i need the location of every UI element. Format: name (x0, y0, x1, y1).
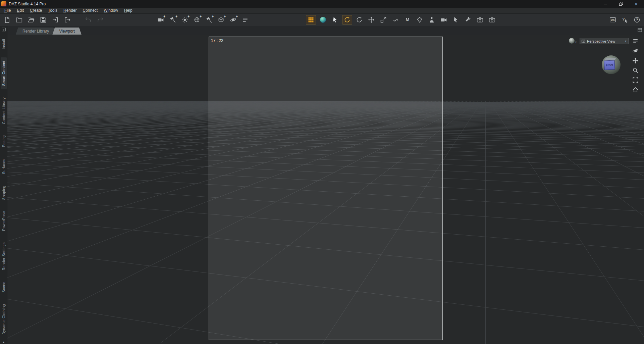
translate-tool-icon[interactable] (366, 15, 376, 24)
tab-viewport[interactable]: Viewport (52, 28, 81, 35)
dock-tab-surfaces[interactable]: Surfaces (1, 155, 7, 178)
geometry-editor-icon[interactable] (451, 15, 461, 24)
window-title: DAZ Studio 4.14 Pro (9, 2, 46, 6)
toolbar-tools-group (306, 15, 497, 24)
menu-file[interactable]: File (1, 8, 14, 13)
chevron-down-icon: ▾ (623, 38, 628, 44)
left-dock: InstallSmart ContentContent LibraryPosin… (0, 26, 7, 344)
view-cube[interactable]: Front (601, 55, 621, 75)
restore-button[interactable] (613, 0, 629, 8)
toolbar-create-group: +++++++ (156, 15, 250, 24)
rotate-tool-icon[interactable] (342, 15, 352, 24)
tab-render-library[interactable]: Render Library (16, 28, 56, 35)
undo-icon[interactable] (83, 15, 93, 24)
toolbar-help-group (608, 15, 642, 24)
figure-setup-icon[interactable] (427, 15, 437, 24)
universal-tool-icon[interactable] (318, 15, 328, 24)
align-pane-icon[interactable] (240, 15, 250, 24)
pane-menu-icon[interactable] (632, 38, 639, 44)
orbit-camera-icon[interactable] (632, 47, 639, 54)
dock-tab-shaping[interactable]: Shaping (1, 182, 7, 203)
menu-connect[interactable]: Connect (79, 8, 101, 13)
minimize-button[interactable] (598, 0, 613, 8)
render-icon[interactable] (475, 15, 485, 24)
menu-edit[interactable]: Edit (14, 8, 27, 13)
menu-tools[interactable]: Tools (45, 8, 60, 13)
node-selection-pointer-icon[interactable] (330, 15, 340, 24)
new-file-icon[interactable] (2, 15, 12, 24)
menu-bar: FileEditCreateToolsRenderConnectWindowHe… (0, 8, 644, 14)
daz-logo-icon (1, 1, 6, 6)
frame-camera-icon[interactable] (632, 77, 639, 83)
aspect-ratio-label: 17 : 22 (211, 38, 223, 43)
scale-tool-icon[interactable] (378, 15, 388, 24)
drawstyle-sphere-icon (569, 38, 575, 44)
dock-tab-posing[interactable]: Posing (1, 132, 7, 150)
view-selector-label: Perspective View (587, 39, 623, 43)
dform-tool-icon[interactable] (390, 15, 400, 24)
zoom-camera-icon[interactable] (632, 67, 639, 73)
pane-tab-row: Render LibraryViewport (7, 26, 644, 35)
daz-studio-window: DAZ Studio 4.14 Pro × FileEditCreateTool… (0, 0, 644, 344)
dock-tab-content-library[interactable]: Content Library (1, 94, 7, 128)
pane-grid-icon (580, 39, 587, 43)
chevron-down-icon: ▾ (575, 41, 577, 44)
new-point-light-icon[interactable]: + (180, 15, 190, 24)
save-file-icon[interactable] (38, 15, 48, 24)
daz-store-icon[interactable] (608, 15, 618, 24)
dock-tab-install[interactable]: Install (1, 36, 7, 53)
measure-metrics-icon[interactable] (402, 15, 413, 24)
dock-tab-powerpose[interactable]: PowerPose (1, 208, 7, 234)
dock-tab-dynamic-clothing[interactable]: Dynamic Clothing (1, 301, 7, 338)
main-toolbar: +++++++ (0, 14, 644, 26)
dock-tabs: InstallSmart ContentContent LibraryPosin… (0, 33, 7, 338)
open-file-icon[interactable] (14, 15, 24, 24)
menu-create[interactable]: Create (27, 8, 45, 13)
title-bar: DAZ Studio 4.14 Pro × (0, 0, 644, 8)
view-cube-front-face[interactable]: Front (604, 60, 615, 70)
drawstyle-selector[interactable]: ▾ (569, 38, 577, 44)
camera-viewport-icon[interactable] (439, 15, 449, 24)
export-file-icon[interactable] (62, 15, 72, 24)
render-settings-icon[interactable] (487, 15, 497, 24)
import-file-icon[interactable] (50, 15, 60, 24)
window-controls: × (598, 0, 644, 8)
view-selector-dropdown[interactable]: Perspective View ▾ (580, 38, 629, 44)
toolbar-history-group (83, 15, 105, 24)
dock-tab-smart-content[interactable]: Smart Content (1, 57, 7, 89)
toolbar-file-group (2, 15, 72, 24)
menu-window[interactable]: Window (101, 8, 121, 13)
active-pose-tool-icon[interactable] (354, 15, 364, 24)
help-icon[interactable] (632, 15, 642, 24)
surface-selection-tool-icon[interactable] (415, 15, 425, 24)
node-selection-tool-icon[interactable] (306, 15, 316, 24)
menu-help[interactable]: Help (121, 8, 136, 13)
main-area: InstallSmart ContentContent LibraryPosin… (0, 26, 644, 344)
new-camera-icon[interactable]: + (156, 15, 166, 24)
dock-menu-icon[interactable] (0, 26, 7, 33)
pan-camera-icon[interactable] (632, 57, 639, 64)
dock-scroll-up-button[interactable]: ▲ (0, 341, 7, 344)
viewport-nav-column (632, 38, 639, 93)
new-null-icon[interactable]: + (228, 15, 238, 24)
dock-tab-scene[interactable]: Scene (1, 278, 7, 296)
merge-file-icon[interactable] (26, 15, 36, 24)
new-linear-point-light-icon[interactable]: + (204, 15, 214, 24)
joint-editor-icon[interactable] (463, 15, 473, 24)
new-primitive-icon[interactable]: + (216, 15, 226, 24)
new-spotlight-icon[interactable]: + (168, 15, 178, 24)
home-camera-icon[interactable] (632, 86, 639, 93)
whats-this-icon[interactable] (620, 15, 630, 24)
tabbar-menu-icon[interactable] (637, 28, 642, 34)
menu-render[interactable]: Render (60, 8, 79, 13)
new-distant-light-icon[interactable]: + (192, 15, 202, 24)
viewport[interactable]: 17 : 22 ▾ Perspective View ▾ Front (7, 35, 644, 344)
aspect-frame (209, 37, 443, 340)
redo-icon[interactable] (95, 15, 105, 24)
dock-tab-render-settings[interactable]: Render Settings (1, 239, 7, 274)
close-button[interactable]: × (629, 0, 644, 8)
